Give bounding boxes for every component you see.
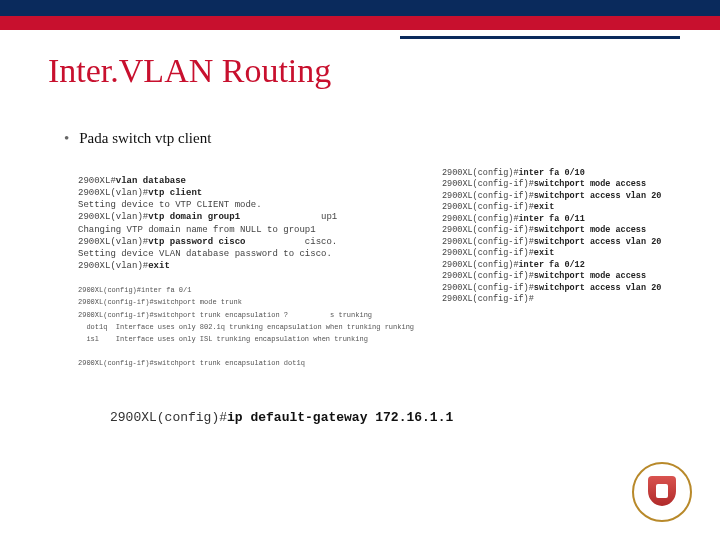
- cli-line: Setting device to VTP CLIENT mode.: [78, 200, 262, 210]
- slide-title: Inter.VLAN Routing: [48, 52, 331, 90]
- logo-shield-icon: [648, 476, 676, 506]
- cli-line: 2900XL(config-if)#switchport mode access: [442, 225, 646, 235]
- cli-line: 2900XL(config-if)#switchport trunk encap…: [78, 311, 372, 319]
- cli-block-bottom: 2900XL(config)#ip default-gateway 172.16…: [110, 410, 453, 425]
- cli-prompt: 2900XL(config)#: [110, 410, 227, 425]
- cli-line: dot1q Interface uses only 802.1q trunkin…: [78, 323, 414, 331]
- cli-line: 2900XL(config-if)#switchport mode trunk: [78, 298, 242, 306]
- cli-line: 2900XL(vlan)#exit: [78, 261, 170, 271]
- university-logo-icon: [632, 462, 692, 522]
- cli-line: 2900XL(config-if)#switchport access vlan…: [442, 283, 661, 293]
- cli-line: 2900XL(vlan)#vtp client: [78, 188, 202, 198]
- cli-line: 2900XL(config-if)#switchport access vlan…: [442, 191, 661, 201]
- cli-line: 2900XL#vlan database: [78, 176, 186, 186]
- cli-command: ip default-gateway 172.16.1.1: [227, 410, 453, 425]
- cli-line: 2900XL(config-if)#exit: [442, 248, 554, 258]
- header-underline: [400, 36, 680, 39]
- cli-line: 2900XL(config)#inter fa 0/10: [442, 168, 585, 178]
- cli-line: Changing VTP domain name from NULL to gr…: [78, 225, 316, 235]
- cli-line: 2900XL(config)#inter fa 0/11: [442, 214, 585, 224]
- cli-line: 2900XL(config-if)#switchport mode access: [442, 271, 646, 281]
- header-accent-inner: [0, 0, 720, 18]
- cli-line: isl Interface uses only ISL trunking enc…: [78, 335, 368, 343]
- cli-line: 2900XL(config-if)#exit: [442, 202, 554, 212]
- cli-line: 2900XL(config-if)#switchport mode access: [442, 179, 646, 189]
- cli-line: Setting device VLAN database password to…: [78, 249, 332, 259]
- slide: Inter.VLAN Routing Pada switch vtp clien…: [0, 0, 720, 540]
- cli-line: 2900XL(config)#inter fa 0/12: [442, 260, 585, 270]
- cli-block-right: 2900XL(config)#inter fa 0/10 2900XL(conf…: [442, 168, 682, 306]
- cli-line: 2900XL(config-if)#: [442, 294, 534, 304]
- cli-line: 2900XL(config-if)#switchport trunk encap…: [78, 359, 305, 367]
- bullet-item: Pada switch vtp client: [64, 130, 211, 147]
- cli-line: 2900XL(vlan)#vtp password cisco cisco.: [78, 237, 337, 247]
- cli-line: 2900XL(config-if)#switchport access vlan…: [442, 237, 661, 247]
- header-accent-bar: [0, 0, 720, 30]
- cli-line: 2900XL(vlan)#vtp domain group1 up1: [78, 212, 337, 222]
- cli-block-left: 2900XL#vlan database 2900XL(vlan)#vtp cl…: [78, 175, 438, 369]
- header-accent-spacer: [0, 18, 720, 24]
- cli-line: 2900XL(config)#inter fa 0/1: [78, 286, 191, 294]
